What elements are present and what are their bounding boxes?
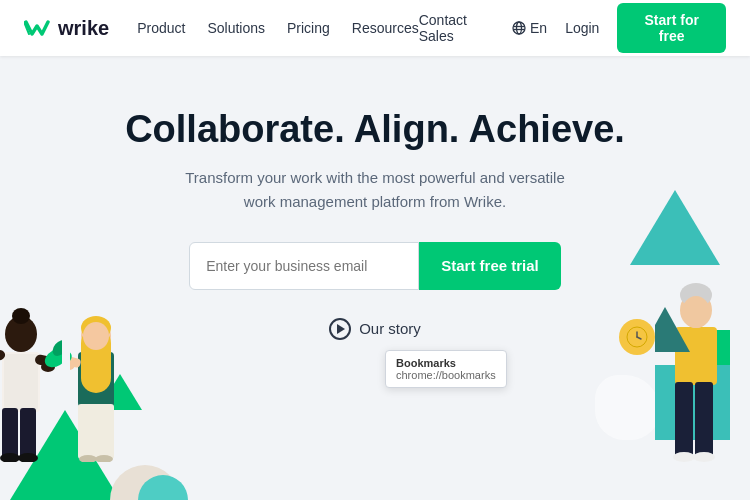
clock-shape — [619, 319, 655, 355]
svg-point-40 — [693, 452, 715, 462]
svg-point-34 — [682, 296, 710, 328]
illustration-right — [570, 160, 750, 500]
person-right — [655, 262, 745, 462]
person-left-2 — [70, 292, 135, 462]
wrike-logo-icon — [24, 18, 52, 38]
person-left-1 — [0, 282, 62, 462]
illustration-left — [0, 160, 190, 500]
tooltip-url: chrome://bookmarks — [396, 369, 496, 381]
svg-rect-38 — [695, 382, 713, 457]
hero-title: Collaborate. Align. Achieve. — [125, 108, 625, 152]
email-input[interactable] — [189, 242, 419, 290]
svg-rect-37 — [675, 382, 693, 457]
contact-sales-link[interactable]: Contact Sales — [419, 12, 494, 44]
svg-point-7 — [12, 308, 30, 324]
start-for-free-button[interactable]: Start for free — [617, 3, 726, 53]
hero-form: Start free trial — [189, 242, 561, 290]
our-story-link[interactable]: Our story — [329, 318, 421, 340]
nav-resources[interactable]: Resources — [352, 20, 419, 36]
svg-point-21 — [83, 322, 109, 350]
nav-pricing[interactable]: Pricing — [287, 20, 330, 36]
language-selector[interactable]: En — [512, 20, 547, 36]
logo[interactable]: wrike — [24, 17, 109, 40]
svg-rect-25 — [78, 404, 114, 459]
bookmarks-tooltip: Bookmarks chrome://bookmarks — [385, 350, 507, 388]
hero-subtitle: Transform your work with the most powerf… — [185, 166, 565, 214]
svg-rect-14 — [20, 408, 36, 458]
our-story-label: Our story — [359, 320, 421, 337]
svg-rect-31 — [675, 327, 717, 385]
svg-rect-5 — [4, 354, 38, 410]
triangle-teal-right — [630, 190, 720, 265]
svg-point-0 — [513, 22, 525, 34]
clock-icon — [625, 325, 649, 349]
nav-solutions[interactable]: Solutions — [207, 20, 265, 36]
tooltip-title: Bookmarks — [396, 357, 496, 369]
navbar: wrike Product Solutions Pricing Resource… — [0, 0, 750, 56]
language-label: En — [530, 20, 547, 36]
login-link[interactable]: Login — [565, 20, 599, 36]
nav-right: Contact Sales En Login Start for free — [419, 3, 726, 53]
svg-rect-13 — [2, 408, 18, 458]
nav-links: Product Solutions Pricing Resources — [137, 20, 419, 36]
play-triangle — [337, 324, 345, 334]
start-free-trial-button[interactable]: Start free trial — [419, 242, 561, 290]
svg-point-39 — [673, 452, 695, 462]
svg-point-1 — [517, 22, 522, 34]
hero-section: Collaborate. Align. Achieve. Transform y… — [0, 56, 750, 500]
play-icon — [329, 318, 351, 340]
globe-icon — [512, 21, 526, 35]
white-splat-shape — [595, 375, 660, 440]
nav-product[interactable]: Product — [137, 20, 185, 36]
logo-text: wrike — [58, 17, 109, 40]
